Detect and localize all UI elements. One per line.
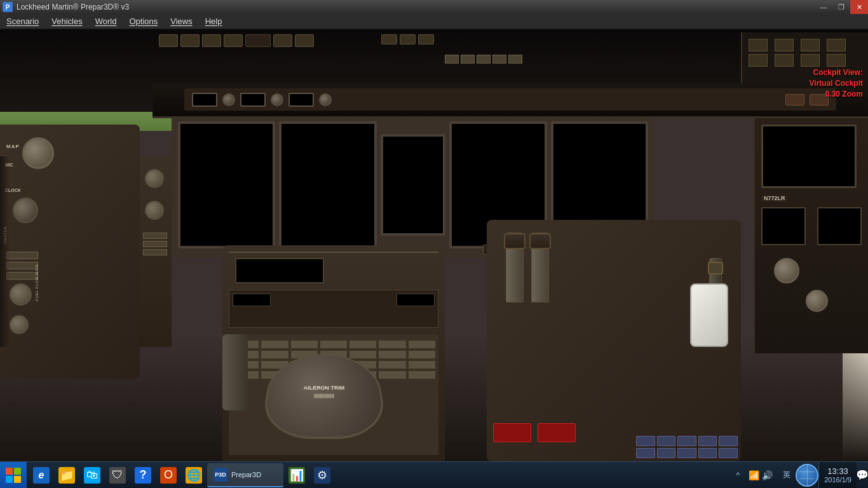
menu-scenario[interactable]: Scenario (0, 14, 45, 29)
rtb-5[interactable] (749, 54, 768, 67)
overhead-btn-6[interactable] (295, 34, 314, 47)
captains-yoke[interactable] (197, 334, 273, 410)
rtb-3[interactable] (801, 39, 820, 51)
overhead-sw-2[interactable] (461, 55, 475, 64)
rtb-2[interactable] (775, 39, 794, 51)
bbc-8[interactable] (677, 448, 696, 458)
bbc-9[interactable] (698, 448, 717, 458)
taskbar-ie[interactable]: e (29, 463, 53, 487)
key-12[interactable] (349, 350, 377, 359)
fcu-knob-3[interactable] (319, 93, 332, 106)
overhead-btn-2[interactable] (180, 34, 200, 47)
right-knob-1[interactable] (774, 258, 799, 283)
lpanel-btn-3[interactable] (6, 272, 38, 280)
restore-button[interactable]: ❐ (832, 0, 850, 14)
key-20[interactable] (378, 360, 406, 369)
bbc-3[interactable] (677, 436, 696, 446)
rotary-1[interactable] (10, 283, 32, 306)
left-instrument-panel: MAP MIC CLOCK HEATER FUEL FLOW MAIN (0, 125, 140, 379)
menu-world[interactable]: World (89, 14, 123, 29)
menu-views[interactable]: Views (164, 14, 198, 29)
key-5[interactable] (349, 340, 377, 349)
overhead-btn-3[interactable] (202, 34, 221, 47)
volume-icon[interactable]: 🔊 (762, 470, 773, 480)
bbc-10[interactable] (719, 448, 738, 458)
throttle-lever-1[interactable] (506, 233, 524, 302)
rtb-8[interactable] (827, 54, 846, 67)
lpanel-btn-2[interactable] (6, 262, 38, 269)
close-button[interactable]: ✕ (850, 0, 868, 14)
overhead-btn-r1[interactable] (381, 34, 397, 44)
overhead-btn-5[interactable] (273, 34, 292, 47)
rtb-7[interactable] (801, 54, 820, 67)
bbc-1[interactable] (636, 436, 655, 446)
key-7[interactable] (408, 340, 436, 349)
network-icon[interactable]: 📶 (749, 470, 759, 480)
fcu-btn-1[interactable] (785, 94, 804, 105)
bbc-2[interactable] (657, 436, 676, 446)
taskbar-p3d-active[interactable]: P3D Prepar3D (207, 463, 283, 487)
taskbar-app3[interactable]: ⚙ (310, 463, 334, 487)
menu-options[interactable]: Options (123, 14, 164, 29)
minimize-button[interactable]: — (815, 0, 832, 14)
show-hidden-icons-btn[interactable]: ^ (733, 471, 744, 480)
throttle-lever-2[interactable] (531, 233, 549, 302)
bbc-4[interactable] (698, 436, 717, 446)
map-knob[interactable] (22, 137, 54, 169)
taskbar-help[interactable]: ? (131, 463, 155, 487)
overhead-btn-4[interactable] (224, 34, 243, 47)
overhead-btn-1[interactable] (159, 34, 178, 47)
red-switch-1[interactable] (493, 423, 531, 442)
taskbar-explorer[interactable]: 📁 (55, 463, 79, 487)
rtb-6[interactable] (775, 54, 794, 67)
action-center-button[interactable]: 💬 (857, 463, 868, 487)
col-btn-1[interactable] (143, 233, 167, 239)
key-3[interactable] (290, 340, 318, 349)
overhead-sw-1[interactable] (445, 55, 459, 64)
key-14[interactable] (408, 350, 436, 359)
rotary-2[interactable] (10, 315, 29, 334)
right-knob-2[interactable] (806, 290, 828, 312)
taskbar-app2[interactable]: 📊 (285, 463, 309, 487)
col-knob-1[interactable] (145, 169, 164, 188)
menu-vehicles[interactable]: Vehicles (45, 14, 88, 29)
overhead-btn-r3[interactable] (418, 34, 434, 44)
fcu-knob-2[interactable] (271, 93, 283, 106)
fcu-display-1 (192, 93, 217, 107)
overhead-btn-r2[interactable] (400, 34, 416, 44)
throttle-handle-2[interactable] (529, 233, 551, 249)
taskbar-office[interactable]: O (156, 463, 180, 487)
key-6[interactable] (378, 340, 406, 349)
overhead-sw-5[interactable] (508, 55, 522, 64)
lpanel-btn-1[interactable] (6, 252, 38, 259)
taskbar-store[interactable]: 🛍 (80, 463, 104, 487)
rtb-1[interactable] (749, 39, 768, 51)
overhead-sw-3[interactable] (477, 55, 491, 64)
start-button[interactable] (0, 462, 27, 489)
bbc-5[interactable] (719, 436, 738, 446)
language-indicator[interactable]: 英 (778, 470, 796, 480)
rtb-4[interactable] (827, 39, 846, 51)
clock-knob[interactable] (13, 198, 38, 223)
taskbar-security[interactable]: 🛡 (105, 463, 130, 487)
key-13[interactable] (378, 350, 406, 359)
key-4[interactable] (320, 340, 348, 349)
notification-globe[interactable] (796, 464, 818, 487)
clock-display[interactable]: 13:33 2016/1/9 (818, 462, 857, 488)
col-btn-2[interactable] (143, 241, 167, 247)
ie-icon: e (33, 467, 50, 484)
taskbar-browser[interactable]: 🌐 (182, 463, 206, 487)
key-21[interactable] (408, 360, 436, 369)
bbc-6[interactable] (636, 448, 655, 458)
col-btn-3[interactable] (143, 249, 167, 255)
flaps-handle[interactable] (708, 262, 723, 274)
key-27[interactable] (378, 370, 406, 379)
key-28[interactable] (408, 370, 436, 379)
menu-help[interactable]: Help (199, 14, 229, 29)
bbc-7[interactable] (657, 448, 676, 458)
overhead-sw-4[interactable] (492, 55, 506, 64)
col-knob-2[interactable] (145, 201, 164, 220)
throttle-handle-1[interactable] (504, 233, 526, 249)
red-switch-2[interactable] (538, 423, 576, 442)
fcu-knob-1[interactable] (222, 93, 235, 106)
